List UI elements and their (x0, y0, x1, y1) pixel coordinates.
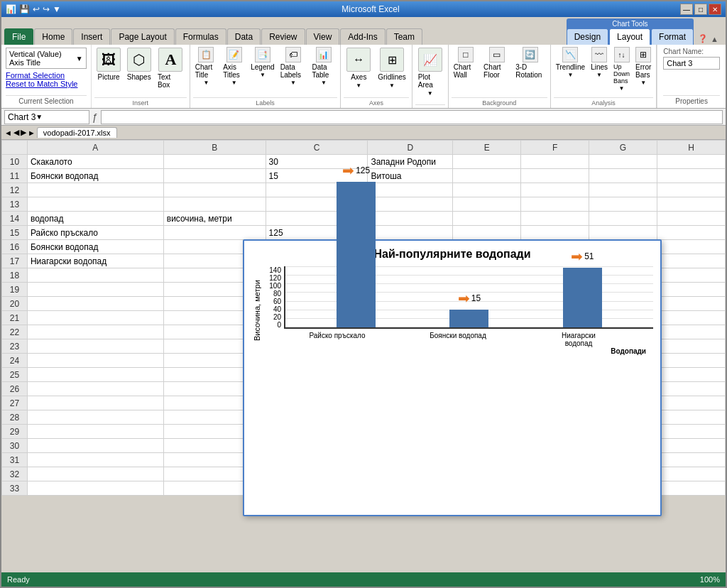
chart-floor-button[interactable]: ▭ Chart Floor (481, 46, 512, 80)
cell[interactable] (27, 410, 163, 425)
cell[interactable] (163, 155, 266, 169)
cell[interactable] (657, 382, 725, 396)
cell[interactable] (27, 197, 163, 212)
cell[interactable] (163, 197, 266, 212)
cell[interactable] (453, 183, 521, 197)
cell[interactable] (453, 197, 521, 212)
quick-undo[interactable]: ↩ (33, 4, 40, 14)
updown-bars-button[interactable]: ↑↓ Up DownBans ▼ (611, 46, 632, 92)
cell[interactable] (368, 226, 453, 240)
cell[interactable] (368, 197, 453, 212)
cell[interactable] (657, 425, 725, 439)
cell[interactable] (27, 425, 163, 439)
chart-name-input[interactable] (663, 57, 720, 70)
cell[interactable] (453, 155, 521, 169)
chart-container[interactable]: Най-популярните водопади Височина, метри… (243, 239, 662, 516)
cell[interactable] (27, 311, 163, 325)
cell[interactable] (27, 183, 163, 197)
function-icon[interactable]: ƒ (92, 111, 98, 123)
trendline-button[interactable]: 📉 Trendline ▼ (554, 46, 587, 79)
tab-file[interactable]: File (4, 28, 33, 45)
minimize-button[interactable]: — (680, 4, 693, 15)
cell[interactable] (657, 368, 725, 382)
picture-button[interactable]: 🖼 Picture (94, 46, 124, 82)
tab-data[interactable]: Data (227, 28, 261, 45)
cell[interactable]: Витоша (368, 169, 453, 183)
axis-title-dropdown-arrow[interactable]: ▼ (76, 55, 83, 62)
cell[interactable] (657, 297, 725, 311)
cell[interactable] (27, 396, 163, 410)
cell[interactable] (27, 481, 163, 496)
axes-button[interactable]: ↔ Axes ▼ (344, 46, 373, 90)
tab-view[interactable]: View (306, 28, 340, 45)
cell[interactable] (521, 169, 589, 183)
format-selection-link[interactable]: Format Selection (6, 71, 87, 80)
sheet-nav-left2[interactable]: ◀ (13, 128, 19, 137)
tab-page-layout[interactable]: Page Layout (111, 28, 174, 45)
cell[interactable]: водопад (27, 212, 163, 226)
chart-title-button[interactable]: 📋 Chart Title ▼ (193, 46, 219, 87)
cell[interactable] (27, 325, 163, 339)
cell[interactable] (657, 453, 725, 467)
cell[interactable] (657, 354, 725, 368)
cell[interactable] (521, 226, 589, 240)
cell[interactable] (453, 212, 521, 226)
tab-team[interactable]: Team (386, 28, 422, 45)
cell[interactable] (589, 169, 657, 183)
formula-input[interactable] (101, 110, 723, 124)
data-table-button[interactable]: 📊 Data Table ▼ (310, 46, 337, 87)
cell[interactable] (521, 212, 589, 226)
cell[interactable]: Боянски водопад (27, 240, 163, 254)
3d-rotation-button[interactable]: 🔄 3-D Rotation (513, 46, 547, 80)
chart-wall-button[interactable]: □ Chart Wall (452, 46, 480, 80)
sheet-nav-left[interactable]: ◄ (4, 129, 12, 137)
cell[interactable] (27, 382, 163, 396)
cell[interactable] (453, 169, 521, 183)
cell[interactable] (589, 197, 657, 212)
cell[interactable] (27, 297, 163, 311)
cell[interactable] (657, 283, 725, 297)
legend-button[interactable]: 📑 Legend ▼ (248, 46, 276, 79)
cell[interactable] (657, 183, 725, 197)
axis-titles-button[interactable]: 📝 Axis Titles ▼ (221, 46, 247, 87)
cell[interactable] (27, 268, 163, 283)
cell[interactable] (27, 339, 163, 354)
cell[interactable] (657, 197, 725, 212)
cell[interactable]: Скакалото (27, 155, 163, 169)
cell[interactable] (368, 212, 453, 226)
cell[interactable] (27, 354, 163, 368)
cell[interactable] (27, 453, 163, 467)
cell[interactable] (163, 226, 266, 240)
cell[interactable] (27, 439, 163, 453)
help-icon[interactable]: ❓ (698, 34, 708, 43)
cell[interactable] (589, 155, 657, 169)
error-bars-button[interactable]: ⊞ Error Bars ▼ (633, 46, 653, 87)
cell[interactable] (521, 197, 589, 212)
tab-format[interactable]: Format (651, 28, 694, 45)
cell[interactable] (27, 368, 163, 382)
cell[interactable] (657, 481, 725, 496)
cell[interactable]: Ниагарски водопад (27, 254, 163, 268)
cell[interactable] (453, 226, 521, 240)
tab-layout[interactable]: Layout (609, 28, 650, 45)
cell[interactable] (368, 183, 453, 197)
cell[interactable] (657, 155, 725, 169)
close-button[interactable]: ✕ (709, 4, 721, 15)
cell[interactable] (657, 212, 725, 226)
plot-area-button[interactable]: 📈 Plot Area ▼ (415, 46, 445, 98)
cell[interactable] (589, 226, 657, 240)
cell[interactable]: височина, метри (163, 212, 266, 226)
gridlines-button[interactable]: ⊞ Gridlines ▼ (375, 46, 408, 90)
cell[interactable]: Западни Родопи (368, 155, 453, 169)
cell[interactable] (27, 467, 163, 481)
reset-match-style-link[interactable]: Reset to Match Style (6, 80, 87, 88)
cell[interactable] (163, 183, 266, 197)
cell[interactable] (657, 339, 725, 354)
quick-save[interactable]: 💾 (19, 4, 30, 14)
sheet-tab-vodopadi[interactable]: vodopadi-2017.xlsx (37, 127, 117, 138)
tab-formulas[interactable]: Formulas (175, 28, 226, 45)
cell[interactable] (657, 410, 725, 425)
shapes-button[interactable]: ⬡ Shapes (124, 46, 153, 82)
maximize-button[interactable]: □ (694, 4, 707, 15)
cell[interactable] (521, 155, 589, 169)
